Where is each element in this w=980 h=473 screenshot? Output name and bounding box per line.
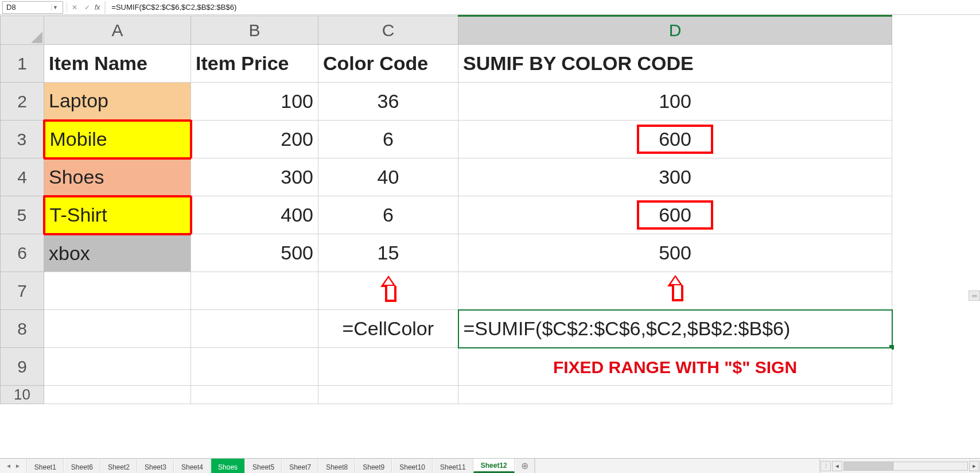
- cell-D8[interactable]: =SUMIF($C$2:$C$6,$C2,$B$2:$B$6): [458, 310, 892, 348]
- tab-sheet10[interactable]: Sheet10: [392, 459, 433, 473]
- vscroll-split-icon[interactable]: ▭: [969, 290, 980, 301]
- cancel-formula-icon[interactable]: ✕: [68, 1, 81, 14]
- data-row-6: 6 xbox 500 15 500: [1, 234, 892, 272]
- cell-C7[interactable]: [318, 272, 458, 310]
- cell-A9[interactable]: [44, 348, 191, 386]
- tab-sheet4[interactable]: Sheet4: [174, 459, 211, 473]
- tab-shoes[interactable]: Shoes: [211, 459, 245, 473]
- cell-C10[interactable]: [318, 386, 458, 404]
- sheet-tabs-bar: ◄ ► Sheet1 Sheet6 Sheet2 Sheet3 Sheet4 S…: [0, 458, 980, 473]
- tab-sheet2[interactable]: Sheet2: [100, 459, 137, 473]
- formula-input[interactable]: [108, 1, 337, 14]
- tab-sheet3[interactable]: Sheet3: [137, 459, 174, 473]
- row-7: 7: [1, 272, 892, 310]
- tab-nav-prev-icon[interactable]: ◄: [6, 463, 11, 469]
- row-10: 10: [1, 386, 892, 404]
- up-arrow-icon: [380, 276, 396, 302]
- cell-C9[interactable]: [318, 348, 458, 386]
- tab-sheet9[interactable]: Sheet9: [355, 459, 392, 473]
- cell-D6[interactable]: 500: [458, 234, 892, 272]
- fx-icon[interactable]: fx: [95, 3, 100, 11]
- row-header-10[interactable]: 10: [1, 386, 44, 404]
- tab-sheet12[interactable]: Sheet12: [473, 459, 515, 473]
- hscroll-split-icon[interactable]: ⋮: [820, 461, 831, 471]
- new-sheet-button[interactable]: ⊕: [515, 459, 535, 473]
- cell-A8[interactable]: [44, 310, 191, 348]
- formula-bar: D8 ▼ ✕ ✓ fx: [0, 0, 980, 15]
- cell-A1[interactable]: Item Name: [44, 45, 191, 83]
- cell-A4[interactable]: Shoes: [44, 158, 191, 196]
- row-9: 9 FIXED RANGE WITH "$" SIGN: [1, 348, 892, 386]
- row-header-9[interactable]: 9: [1, 348, 44, 386]
- cell-B1[interactable]: Item Price: [191, 45, 318, 83]
- cell-B3[interactable]: 200: [191, 121, 318, 158]
- tab-sheet6[interactable]: Sheet6: [64, 459, 100, 473]
- cell-B9[interactable]: [191, 348, 318, 386]
- tab-nav-next-icon[interactable]: ►: [15, 463, 21, 469]
- cell-B8[interactable]: [191, 310, 318, 348]
- cell-C2[interactable]: 36: [318, 83, 458, 121]
- row-header-4[interactable]: 4: [1, 158, 44, 196]
- cell-B6[interactable]: 500: [191, 234, 318, 272]
- cell-C5[interactable]: 6: [318, 196, 458, 234]
- up-arrow-icon: [667, 275, 683, 301]
- horizontal-scrollbar[interactable]: ⋮ ◄ ►: [819, 459, 980, 473]
- cell-B10[interactable]: [191, 386, 318, 404]
- hscroll-track[interactable]: [843, 462, 968, 471]
- cell-D1[interactable]: SUMIF BY COLOR CODE: [458, 45, 892, 83]
- row-header-6[interactable]: 6: [1, 234, 44, 272]
- row-header-3[interactable]: 3: [1, 121, 44, 158]
- cell-B2[interactable]: 100: [191, 83, 318, 121]
- cell-A2[interactable]: Laptop: [44, 83, 191, 121]
- name-box-dropdown-icon[interactable]: ▼: [51, 4, 59, 11]
- cell-A5[interactable]: T-Shirt: [44, 196, 191, 234]
- cell-A7[interactable]: [44, 272, 191, 310]
- row-header-7[interactable]: 7: [1, 272, 44, 310]
- col-header-B[interactable]: B: [191, 16, 318, 45]
- accept-formula-icon[interactable]: ✓: [81, 1, 94, 14]
- cell-C1[interactable]: Color Code: [318, 45, 458, 83]
- tabs-spacer: [535, 459, 819, 473]
- hscroll-right-icon[interactable]: ►: [969, 461, 979, 471]
- cell-D5[interactable]: 600: [458, 196, 892, 234]
- hscroll-left-icon[interactable]: ◄: [832, 461, 842, 471]
- divider: [104, 1, 106, 14]
- row-header-2[interactable]: 2: [1, 83, 44, 121]
- col-header-C[interactable]: C: [318, 16, 458, 45]
- tab-sheet1[interactable]: Sheet1: [27, 459, 64, 473]
- name-box-value: D8: [6, 3, 16, 11]
- tab-sheet8[interactable]: Sheet8: [318, 459, 355, 473]
- cell-D9[interactable]: FIXED RANGE WITH "$" SIGN: [458, 348, 892, 386]
- tab-sheet7[interactable]: Sheet7: [282, 459, 318, 473]
- select-all-corner[interactable]: [1, 16, 44, 45]
- tab-sheet11[interactable]: Sheet11: [433, 459, 473, 473]
- cell-A3[interactable]: Mobile: [44, 121, 191, 158]
- hscroll-thumb[interactable]: [844, 462, 893, 470]
- name-box[interactable]: D8 ▼: [2, 1, 63, 14]
- row-header-5[interactable]: 5: [1, 196, 44, 234]
- cell-D2[interactable]: 100: [458, 83, 892, 121]
- cell-C8[interactable]: =CellColor: [318, 310, 458, 348]
- cell-D3[interactable]: 600: [458, 121, 892, 158]
- cell-C6[interactable]: 15: [318, 234, 458, 272]
- cell-A6[interactable]: xbox: [44, 234, 191, 272]
- header-row-1: 1 Item Name Item Price Color Code SUMIF …: [1, 45, 892, 83]
- row-header-1[interactable]: 1: [1, 45, 44, 83]
- cell-C4[interactable]: 40: [318, 158, 458, 196]
- cell-D10[interactable]: [458, 386, 892, 404]
- cell-B7[interactable]: [191, 272, 318, 310]
- data-row-3: 3 Mobile 200 6 600: [1, 121, 892, 158]
- col-header-D[interactable]: D: [458, 16, 892, 45]
- row-header-8[interactable]: 8: [1, 310, 44, 348]
- cell-B4[interactable]: 300: [191, 158, 318, 196]
- sheet-table: A B C D 1 Item Name Item Price Color Cod…: [0, 15, 893, 404]
- cell-D4[interactable]: 300: [458, 158, 892, 196]
- col-header-A[interactable]: A: [44, 16, 191, 45]
- cell-D7[interactable]: [458, 272, 892, 310]
- tab-sheet5[interactable]: Sheet5: [245, 459, 282, 473]
- cell-C3[interactable]: 6: [318, 121, 458, 158]
- cell-A10[interactable]: [44, 386, 191, 404]
- cell-D8-content: =SUMIF($C$2:$C$6,$C2,$B$2:$B$6): [464, 317, 791, 339]
- annotation-text: FIXED RANGE WITH "$" SIGN: [553, 358, 797, 377]
- cell-B5[interactable]: 400: [191, 196, 318, 234]
